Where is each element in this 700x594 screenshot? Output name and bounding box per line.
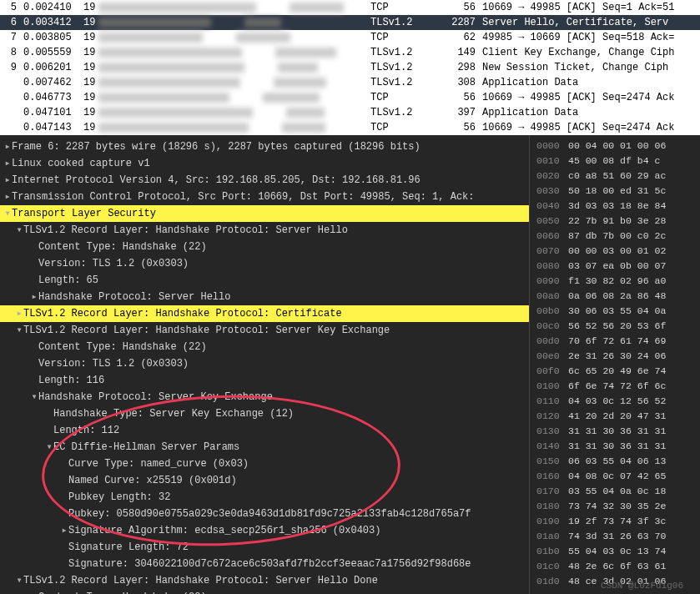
packet-row[interactable]: 0.00746219TLSv1.2308Application Data (0, 75, 700, 90)
tree-item[interactable]: Version: TLS 1.2 (0x0303) (0, 355, 529, 372)
hex-row[interactable]: 01b055 04 03 0c 13 74 (536, 544, 697, 559)
hex-dump-pane[interactable]: 000000 04 00 01 00 06001045 00 08 df b4 … (529, 135, 700, 594)
hex-row[interactable]: 011004 03 0c 12 56 52 (536, 394, 697, 409)
hex-row[interactable]: 003050 18 00 ed 31 5c (536, 184, 697, 199)
expand-caret-icon[interactable]: ▸ (3, 189, 12, 204)
hex-row[interactable]: 0090f1 30 82 02 96 a0 (536, 274, 697, 289)
packet-protocol: TCP (370, 32, 441, 43)
hex-row[interactable]: 006087 db 7b 00 c0 2c (536, 229, 697, 244)
packet-length: 298 (441, 62, 476, 73)
tree-item[interactable]: ▸Linux cooked capture v1 (0, 155, 529, 172)
packet-length: 56 (441, 2, 476, 13)
hex-row[interactable]: 00403d 03 03 18 8e 84 (536, 199, 697, 214)
packet-protocol: TLSv1.2 (370, 17, 441, 28)
expand-caret-icon[interactable]: ▾ (15, 573, 23, 588)
expand-caret-icon[interactable]: ▸ (3, 139, 12, 154)
protocol-tree[interactable]: ▸Frame 6: 2287 bytes wire (18296 s), 228… (0, 135, 529, 594)
tree-item[interactable]: ▾TLSv1.2 Record Layer: Handshake Protoco… (0, 572, 529, 589)
packet-row[interactable]: 0.04677319TCP5610669 → 49985 [ACK] Seq=2… (0, 90, 700, 105)
hex-bytes: 2e 31 26 30 24 06 (568, 350, 666, 361)
hex-row[interactable]: 019019 2f 73 74 3f 3c (536, 514, 697, 529)
packet-row[interactable]: 50.00241019TCP5610669 → 49985 [ACK] Seq=… (0, 0, 700, 15)
packet-length: 56 (441, 122, 476, 133)
tree-item[interactable]: ▸Signature Algorithm: ecdsa_secp256r1_sh… (0, 522, 529, 539)
tree-label: Length: 65 (38, 274, 98, 286)
packet-row[interactable]: 70.00380519TCP6249985 → 10669 [ACK] Seq=… (0, 30, 700, 45)
packet-row[interactable]: 90.00620119TLSv1.2298New Session Ticket,… (0, 60, 700, 75)
expand-caret-icon[interactable]: ▾ (15, 323, 23, 338)
hex-bytes: 03 07 ea 0b 00 07 (568, 260, 666, 271)
packet-row[interactable]: 60.00341219TLSv1.22287Server Hello, Cert… (0, 15, 700, 30)
hex-row[interactable]: 01a074 3d 31 26 63 70 (536, 529, 697, 544)
hex-row[interactable]: 013031 31 30 36 31 31 (536, 424, 697, 439)
packet-row[interactable]: 0.04714319TCP5610669 → 49985 [ACK] Seq=2… (0, 120, 700, 135)
tree-item[interactable]: Pubkey: 0580d90e0755a029c3e0da9463d1db81… (0, 506, 529, 522)
tree-item[interactable]: Handshake Type: Server Key Exchange (12) (0, 405, 529, 422)
hex-row[interactable]: 008003 07 ea 0b 00 07 (536, 259, 697, 274)
packet-row[interactable]: 80.00555919TLSv1.2149Client Key Exchange… (0, 45, 700, 60)
packet-row[interactable]: 0.04710119TLSv1.2397Application Data (0, 105, 700, 120)
tree-item[interactable]: Content Type: Handshake (22) (0, 589, 529, 594)
expand-caret-icon[interactable]: ▸ (60, 523, 68, 538)
expand-caret-icon[interactable]: ▾ (15, 223, 23, 238)
tree-item[interactable]: Curve Type: named_curve (0x03) (0, 456, 529, 472)
tree-item[interactable]: ▾Transport Layer Security (0, 205, 529, 222)
tree-item[interactable]: ▸Frame 6: 2287 bytes wire (18296 s), 228… (0, 138, 529, 155)
hex-offset: 0040 (536, 199, 568, 214)
tree-item[interactable]: Length: 65 (0, 272, 529, 289)
hex-row[interactable]: 00f06c 65 20 49 6e 74 (536, 364, 697, 379)
hex-bytes: 31 31 30 36 31 31 (568, 425, 666, 436)
packet-protocol: TLSv1.2 (370, 77, 441, 88)
hex-row[interactable]: 001045 00 08 df b4 c (536, 154, 697, 169)
expand-caret-icon[interactable]: ▾ (3, 206, 12, 221)
hex-row[interactable]: 005022 7b 91 b0 3e 28 (536, 214, 697, 229)
hex-row[interactable]: 007000 00 03 00 01 02 (536, 244, 697, 259)
tree-item[interactable]: ▸Internet Protocol Version 4, Src: 192.1… (0, 172, 529, 189)
hex-row[interactable]: 017003 55 04 0a 0c 18 (536, 484, 697, 499)
hex-row[interactable]: 0020c0 a8 51 60 29 ac (536, 169, 697, 184)
tree-item[interactable]: Signature Length: 72 (0, 539, 529, 556)
tree-label: Handshake Type: Server Key Exchange (12) (53, 408, 294, 420)
tree-item[interactable]: ▾TLSv1.2 Record Layer: Handshake Protoco… (0, 222, 529, 239)
tree-item[interactable]: Named Curve: x25519 (0x001d) (0, 472, 529, 489)
tree-item[interactable]: Length: 116 (0, 372, 529, 389)
hex-offset: 01c0 (536, 559, 568, 574)
tree-item[interactable]: Content Type: Handshake (22) (0, 339, 529, 355)
hex-row[interactable]: 00c056 52 56 20 53 6f (536, 319, 697, 334)
hex-bytes: f1 30 82 02 96 a0 (568, 275, 666, 286)
hex-offset: 00c0 (536, 319, 568, 334)
hex-row[interactable]: 014031 31 30 36 31 31 (536, 439, 697, 454)
tree-item[interactable]: Version: TLS 1.2 (0x0303) (0, 255, 529, 272)
tree-item[interactable]: Content Type: Handshake (22) (0, 239, 529, 255)
expand-caret-icon[interactable]: ▾ (45, 440, 53, 455)
hex-row[interactable]: 018073 74 32 30 35 2e (536, 499, 697, 514)
tree-item[interactable]: ▾Handshake Protocol: Server Key Exchange (0, 389, 529, 405)
expand-caret-icon[interactable]: ▸ (30, 289, 38, 305)
hex-row[interactable]: 00b030 06 03 55 04 0a (536, 304, 697, 319)
tree-item[interactable]: ▸Transmission Control Protocol, Src Port… (0, 189, 529, 205)
hex-row[interactable]: 012041 20 2d 20 47 31 (536, 409, 697, 424)
packet-list-pane[interactable]: 50.00241019TCP5610669 → 49985 [ACK] Seq=… (0, 0, 700, 135)
tree-item[interactable]: Signature: 3046022100d7c672ace6c503afd7f… (0, 556, 529, 572)
expand-caret-icon[interactable]: ▸ (15, 306, 23, 321)
expand-caret-icon[interactable]: ▸ (3, 173, 12, 188)
hex-row[interactable]: 00d070 6f 72 61 74 69 (536, 334, 697, 349)
tree-item[interactable]: ▸Handshake Protocol: Server Hello (0, 289, 529, 305)
hex-offset: 0000 (536, 138, 568, 154)
tree-item[interactable]: ▾EC Diffie-Hellman Server Params (0, 439, 529, 456)
hex-row[interactable]: 016004 08 0c 07 42 65 (536, 469, 697, 484)
tree-item[interactable]: Pubkey Length: 32 (0, 489, 529, 506)
hex-row[interactable]: 015006 03 55 04 06 13 (536, 454, 697, 469)
packet-info: Server Hello, Certificate, Serv (476, 17, 700, 28)
hex-row[interactable]: 01c048 2e 6c 6f 63 61 (536, 559, 697, 574)
hex-row[interactable]: 01006f 6e 74 72 6f 6c (536, 379, 697, 394)
hex-offset: 00e0 (536, 349, 568, 364)
tree-item[interactable]: Length: 112 (0, 422, 529, 439)
tree-item[interactable]: ▾TLSv1.2 Record Layer: Handshake Protoco… (0, 322, 529, 339)
tree-item[interactable]: ▸TLSv1.2 Record Layer: Handshake Protoco… (0, 305, 529, 322)
expand-caret-icon[interactable]: ▾ (30, 390, 38, 405)
hex-row[interactable]: 00a00a 06 08 2a 86 48 (536, 289, 697, 304)
hex-row[interactable]: 000000 04 00 01 00 06 (536, 138, 697, 154)
hex-row[interactable]: 00e02e 31 26 30 24 06 (536, 349, 697, 364)
expand-caret-icon[interactable]: ▸ (3, 156, 12, 171)
